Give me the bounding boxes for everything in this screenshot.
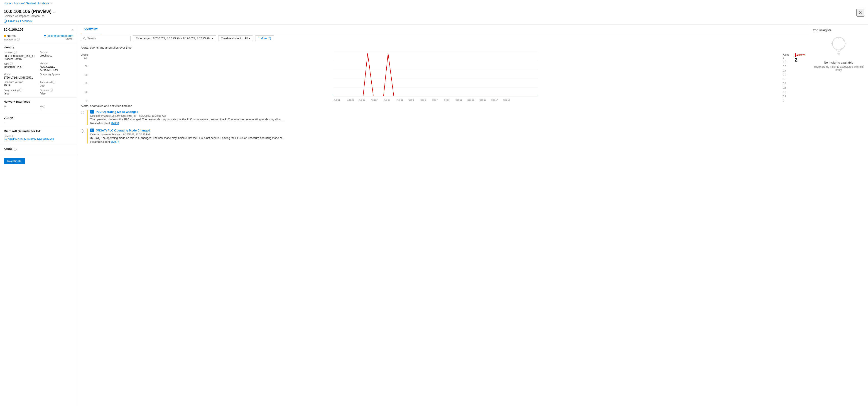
no-insights-icon — [830, 36, 848, 59]
investigate-button[interactable]: Investigate — [4, 158, 25, 164]
svg-text:Sep 7: Sep 7 — [432, 99, 438, 101]
programming-info-icon: i — [19, 89, 22, 91]
svg-line-4 — [85, 39, 86, 39]
alert-related-1: Related incident: 87858 — [90, 122, 805, 125]
location-value: Fa 1 | Production_line_4 | ProcessContro… — [4, 54, 37, 61]
svg-text:Sep 5: Sep 5 — [421, 99, 426, 101]
timeline-radio-2[interactable] — [81, 129, 84, 133]
identity-fields: Location i Fa 1 | Production_line_4 | Pr… — [4, 51, 73, 95]
network-fields: IP -- MAC -- — [4, 105, 73, 112]
alert-title-2[interactable]: (MDIoT) PLC Operating Mode Changed — [96, 129, 150, 132]
timeline-content-1: 🛡 PLC Operating Mode Changed Detected by… — [90, 110, 805, 125]
right-panel: Overview Time range : 8/20/2022, 3:52:23… — [77, 25, 809, 406]
svg-text:Aug 31: Aug 31 — [397, 99, 403, 101]
alert-title-1[interactable]: PLC Operating Mode Changed — [96, 110, 138, 114]
location-field: Location i Fa 1 | Production_line_4 | Pr… — [4, 51, 37, 61]
authorized-info-icon: i — [53, 81, 55, 84]
shield-icon-1: 🛡 — [90, 110, 94, 114]
vendor-label: Vendor — [40, 62, 73, 65]
status-block: Normal Importance i — [4, 34, 20, 41]
svg-text:Aug 23: Aug 23 — [347, 99, 354, 101]
timeline-content-filter[interactable]: Timeline content : All ▾ — [218, 35, 253, 41]
related-incident-link-2[interactable]: 87937 — [112, 140, 119, 144]
y-left-labels: 100 80 60 40 20 0 — [84, 57, 89, 102]
alert-desc-1: The operating mode on this PLC changed. … — [90, 118, 805, 121]
svg-text:Sep 3: Sep 3 — [408, 99, 414, 101]
alerts-axis-label: Alerts — [783, 53, 789, 56]
more-label: More — [260, 37, 267, 40]
svg-text:Sep 19: Sep 19 — [503, 99, 510, 101]
svg-text:Aug 29: Aug 29 — [383, 99, 390, 101]
breadcrumb-sep1: > — [12, 2, 13, 5]
authorized-label: Authorized i — [40, 81, 73, 84]
sensor-label: Sensor — [40, 51, 73, 54]
close-button[interactable]: ✕ — [857, 9, 864, 17]
authorized-value: true — [40, 84, 73, 87]
location-label: Location i — [4, 51, 37, 54]
no-insights-title: No insights available — [824, 61, 853, 64]
svg-point-3 — [84, 37, 85, 39]
guides-feedback-link[interactable]: ? Guides & Feedback — [0, 19, 868, 25]
page-title-text: 10.0.100.105 (Preview) — [4, 9, 52, 14]
device-id-label: Device ID — [4, 135, 73, 137]
tabs-row: Overview — [77, 25, 809, 33]
ip-value: -- — [4, 108, 37, 112]
more-count: (5) — [268, 37, 271, 40]
vlans-value: -- — [4, 121, 73, 125]
azure-section: Azure i — [0, 145, 77, 155]
alert-meta-1: Detected by Azure Security Center for Io… — [90, 114, 805, 117]
svg-text:Sep 15: Sep 15 — [479, 99, 486, 101]
timeline-header-1: 🛡 PLC Operating Mode Changed — [90, 110, 805, 114]
svg-text:?: ? — [5, 21, 6, 23]
vlans-title: VLANs — [4, 116, 73, 120]
os-field: Operating System -- — [40, 73, 73, 79]
page-title: 10.0.100.105 (Preview) ... — [4, 9, 57, 14]
tab-overview[interactable]: Overview — [81, 25, 101, 33]
chart-section: Alerts, events and anomalies over time E… — [77, 44, 809, 102]
ip-label: IP — [4, 105, 37, 108]
collapse-button[interactable]: « — [71, 28, 73, 31]
vlans-section: VLANs -- — [0, 114, 77, 127]
svg-point-26 — [832, 37, 845, 50]
svg-text:Sep 9: Sep 9 — [444, 99, 450, 101]
importance-info-icon: i — [17, 38, 20, 41]
programming-value: false — [4, 92, 37, 95]
page-header: 10.0.100.105 (Preview) ... Selected work… — [0, 7, 868, 19]
timeline-content-caret-icon: ▾ — [249, 37, 250, 40]
device-id-value[interactable]: dab39013-c310-4e1b-8f5f-cb94b618aa83 — [4, 138, 73, 141]
azure-info-icon: i — [13, 148, 17, 151]
time-range-caret-icon: ▾ — [212, 37, 213, 40]
timeline-item-2: 🛡 (MDIoT) PLC Operating Mode Changed Det… — [81, 128, 805, 144]
vendor-field: Vendor ROCKWELL AUTOMATION — [40, 62, 73, 71]
svg-text:Aug 25: Aug 25 — [359, 99, 365, 101]
chart-main: Aug 21 Aug 23 Aug 25 Aug 27 Aug 29 Aug 3… — [89, 51, 782, 102]
vendor-value: ROCKWELL AUTOMATION — [40, 65, 73, 71]
time-range-value: 8/20/2022, 3:52:23 PM - 9/19/2022, 3:52:… — [153, 37, 211, 40]
more-options-button[interactable]: ... — [53, 9, 56, 13]
more-button[interactable]: ˅ More (5) — [255, 35, 274, 41]
search-icon — [83, 37, 86, 40]
timeline-indicator-1 — [87, 110, 88, 125]
identity-section: Identity Location i Fa 1 | Production_li… — [0, 44, 77, 98]
svg-text:Sep 17: Sep 17 — [491, 99, 498, 101]
timeline-radio-1[interactable] — [81, 111, 84, 114]
owner-name: alice@contoso.com — [43, 34, 73, 37]
left-panel: 10.0.100.105 « Normal Importance i — [0, 25, 77, 406]
model-value: 1756-L71/B LOGIX5571 — [4, 76, 37, 79]
breadcrumb-home[interactable]: Home — [4, 2, 11, 5]
authorized-field: Authorized i true — [40, 81, 73, 87]
chevron-down-icon: ˅ — [258, 37, 259, 40]
alert-related-2: Related incident: 87937 — [90, 140, 805, 144]
breadcrumb-sentinel[interactable]: Microsoft Sentinel | Incidents — [14, 2, 49, 5]
type-field: Type i Industrial | PLC — [4, 62, 37, 71]
timeline-title: Alerts, anomalies and activities timelin… — [81, 104, 805, 108]
type-label: Type i — [4, 62, 37, 65]
owner-icon — [43, 34, 46, 37]
chart-svg: Aug 21 Aug 23 Aug 25 Aug 27 Aug 29 Aug 3… — [89, 51, 782, 101]
network-interfaces-section: Network Interfaces IP -- MAC -- — [0, 98, 77, 114]
related-incident-link-1[interactable]: 87858 — [112, 122, 119, 125]
timeline-section: Alerts, anomalies and activities timelin… — [77, 102, 809, 149]
search-input[interactable] — [87, 37, 128, 40]
search-box[interactable] — [81, 36, 131, 41]
time-range-filter[interactable]: Time range : 8/20/2022, 3:52:23 PM - 9/1… — [133, 35, 216, 41]
